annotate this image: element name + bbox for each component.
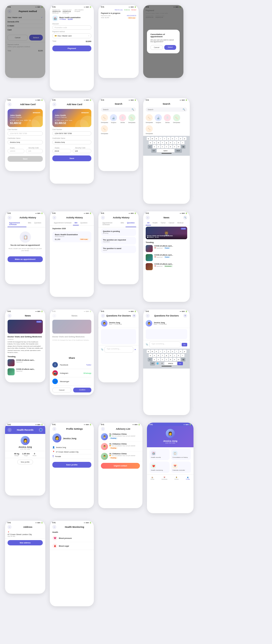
nav-schedule[interactable]: 📅Schedule [162,477,167,480]
key-s[interactable]: s [153,141,156,144]
trending-item-2[interactable]: COVID-19 affects each... 📅 Appointed Tum… [143,253,190,262]
key-q[interactable]: q [147,350,150,353]
trending-item-1[interactable]: COVID-19 affects each... 📅 Appointed Tum… [143,244,190,253]
key-b[interactable]: b [169,358,172,361]
back-button[interactable]: ‹ [8,102,12,106]
save-button[interactable]: Save [52,155,91,161]
blood-pressure-item[interactable]: 💗 Blood pressure [50,534,94,542]
payment-button[interactable]: Payment [52,46,91,51]
back-button[interactable]: ‹ [8,9,12,13]
key-s[interactable]: s [153,354,156,357]
key-delete[interactable]: ⌫ [181,358,185,361]
key-a[interactable]: a [149,141,152,144]
payment-method-select[interactable]: Select your payment method [8,46,43,48]
category-orthopedist3[interactable]: 🦴 Orthopedist [146,125,153,134]
category-orthopedist2[interactable]: 🦴 Orthopedist [173,114,180,123]
payment-method-selector[interactable]: 💳 Visa / Master card › [52,33,91,38]
key-t[interactable]: t [163,350,166,353]
tab-bills[interactable]: Bills [26,221,33,227]
tab-health[interactable]: Health [151,221,159,225]
key-k[interactable]: k [177,141,180,144]
key-j[interactable]: j [173,141,176,144]
category-orthopedist3[interactable]: 🦴 Orthopedist [101,125,108,134]
tab-appointment[interactable]: Appointment Schedule [52,221,73,225]
confirm-button[interactable]: Confirm [73,388,92,392]
search-input[interactable] [148,109,182,110]
category-dentist[interactable]: 🦷 Dentist [164,114,171,123]
tab-question[interactable]: Question [33,221,43,227]
security-input[interactable] [26,149,43,153]
search-button[interactable]: 🔍 [183,216,187,220]
search-input[interactable] [103,109,131,110]
share-messenger[interactable]: 💙 Messenger [52,377,91,386]
endorse-btn[interactable]: Endorse [124,9,130,11]
key-v[interactable]: v [165,358,168,361]
back-button[interactable]: ‹ [8,525,12,529]
dictation-key[interactable]: ⚙ [160,362,164,365]
make-appointment-button[interactable]: Make an appointment [8,256,43,262]
expiry-input[interactable] [8,149,24,153]
category-dentist[interactable]: 🦷 Dentist [119,114,126,123]
tab-cancer[interactable]: Cancer [167,221,176,225]
key-o[interactable]: o [179,137,182,140]
wait-for-pay[interactable]: Wait for pay [115,9,123,11]
settings-icon[interactable]: ⚙ [183,314,187,318]
key-p[interactable]: p [183,350,186,353]
cardholder-input[interactable] [52,140,91,144]
trending-item2[interactable]: COVID-19 affects each... Appointed [5,367,45,376]
tab-tumor[interactable]: Tumor [159,221,167,225]
key-j[interactable]: j [173,354,176,357]
go-button[interactable]: Go [182,343,187,346]
back-button[interactable]: ‹ [101,216,105,220]
key-n[interactable]: n [173,358,176,361]
expiry-input[interactable] [52,149,71,153]
key-x[interactable]: x [157,145,160,148]
category-surgeon[interactable]: 🔬 Surgeon [155,114,162,123]
tab-appointment[interactable]: Appointment schedule [8,221,26,227]
trending-item[interactable]: COVID-19 affects each... Appointed [5,358,45,367]
keyboard[interactable]: qwertyuiop asdfghjkl ⇧zxcvbnm⌫ 123 space… [143,136,190,156]
blood-sugar-item[interactable]: 🩸 Blood sugar [50,542,94,550]
doctor-item-2[interactable]: 👨‍⚕️ Dr. Chikamso Chima The consultation… [98,442,142,452]
save-profile-button[interactable]: Save profile [52,462,91,468]
person-icon[interactable]: 👤 [39,428,43,432]
back-button[interactable]: ‹ [8,314,12,318]
facebook-action[interactable]: Twitter [86,364,91,366]
back-button[interactable]: ‹ [8,428,12,432]
back-button[interactable]: ‹ [8,216,12,220]
attach-icon[interactable]: 📎 [101,348,103,351]
category-orthopedist[interactable]: 🦴 Orthopedist [146,114,153,123]
search-bar[interactable]: 🔍 [146,107,187,112]
urgent-button[interactable]: Urgent contact [101,463,140,469]
tab-bill[interactable]: Bill [73,221,79,225]
nav-home[interactable]: 🏠Home [150,477,154,480]
tab-appointment[interactable]: Appointment Schedule [101,221,119,227]
menu-calendar[interactable]: 📅 Calendar reminder [171,462,191,473]
emoji-key[interactable]: 🌐 [156,362,160,365]
key-b[interactable]: b [169,145,172,148]
key-z[interactable]: z [153,145,156,148]
key-i[interactable]: i [175,137,178,140]
key-p[interactable]: p [183,137,186,140]
key-m[interactable]: m [177,358,180,361]
key-a[interactable]: a [149,354,152,357]
share-instagram[interactable]: 📷 Instagram Whatsapp [52,369,91,377]
add-to-pay[interactable]: Add to pay [79,238,89,240]
key-c[interactable]: c [161,358,164,361]
message-input[interactable]: Type something... [104,346,133,353]
back-button[interactable]: ‹ [146,314,150,318]
key-f[interactable]: f [161,354,164,357]
key-d[interactable]: d [157,354,160,357]
card-number-input[interactable] [8,131,43,136]
key-return[interactable]: return [175,149,182,152]
key-x[interactable]: x [157,358,160,361]
back-button[interactable]: ‹ [101,427,105,431]
denied-btn[interactable]: Denied [131,9,136,11]
key-delete[interactable]: ⌫ [181,145,185,148]
key-g[interactable]: g [165,354,168,357]
featured-news-image[interactable]: 👨‍⚕️ Health Doctor Visits and Getting Me… [146,227,187,239]
key-space[interactable]: space [157,149,174,152]
keyboard[interactable]: qwertyuiop asdfghjkl ⇧zxcvbnm⌫ 123 🌐 ⚙ S… [143,349,190,369]
key-h[interactable]: h [169,141,172,144]
search-bar[interactable]: 🔍 [101,107,136,112]
